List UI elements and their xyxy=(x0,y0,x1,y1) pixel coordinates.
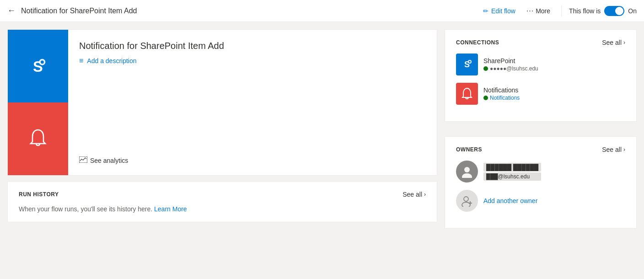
owners-see-all[interactable]: See all › xyxy=(602,146,625,153)
connections-see-all-label: See all xyxy=(602,39,622,46)
svg-point-10 xyxy=(464,167,470,172)
connections-chevron-icon: › xyxy=(623,39,625,46)
more-button[interactable]: ··· More xyxy=(523,5,554,17)
notifications-connection-item: Notifications Notifications xyxy=(456,83,625,105)
description-lines-icon: ≡ xyxy=(79,57,83,65)
add-description-button[interactable]: ≡ Add a description xyxy=(79,57,426,65)
sharepoint-status-dot xyxy=(483,66,488,71)
see-all-label: See all xyxy=(402,191,422,198)
flow-card-top: Notification for SharePoint Item Add ≡ A… xyxy=(79,41,426,65)
sharepoint-logo-icon: S xyxy=(25,54,51,79)
sharepoint-connection-user: ●●●●●@lsuhsc.edu xyxy=(483,65,538,72)
flow-status: This flow is On xyxy=(569,6,637,16)
run-history-card: RUN HISTORY See all › When your flow run… xyxy=(7,181,437,222)
owners-see-all-label: See all xyxy=(602,146,622,153)
owners-header: OWNERS See all › xyxy=(456,146,625,153)
owner-item: ██████ ██████ ███@lsuhsc.edu xyxy=(456,161,625,182)
pencil-icon: ✏ xyxy=(483,7,488,15)
see-analytics-label: See analytics xyxy=(90,157,128,164)
run-history-empty-text: When your flow runs, you'll see its hist… xyxy=(19,205,426,213)
flow-icons-column: S xyxy=(8,30,68,175)
flow-toggle[interactable] xyxy=(604,6,624,16)
owner-email: ███@lsuhsc.edu xyxy=(483,172,541,181)
chevron-right-icon: › xyxy=(424,191,426,198)
connections-card: CONNECTIONS See all › S xyxy=(445,29,637,122)
nav-right: ✏ Edit flow ··· More This flow is On xyxy=(479,5,637,17)
top-navigation: ← Notification for SharePoint Item Add ✏… xyxy=(0,0,644,22)
svg-point-8 xyxy=(469,61,471,63)
svg-rect-4 xyxy=(79,156,87,163)
notifications-status-dot xyxy=(483,96,488,100)
back-button[interactable]: ← xyxy=(7,6,16,16)
sharepoint-connection-item: S SharePoint ●●●●●@lsuhsc.edu xyxy=(456,54,625,75)
sharepoint-mini-icon: S xyxy=(460,57,474,72)
nav-divider xyxy=(561,5,562,16)
svg-point-11 xyxy=(462,173,472,178)
add-description-label: Add a description xyxy=(87,57,136,64)
chart-icon xyxy=(79,156,87,164)
owners-card: OWNERS See all › ██████ █ xyxy=(445,136,637,229)
notifications-connection-info: Notifications Notifications xyxy=(483,86,520,101)
flow-card: S Notification for SharePoi xyxy=(7,29,437,176)
add-owner-avatar xyxy=(456,190,478,212)
flow-status-label: This flow is xyxy=(569,7,601,15)
svg-point-12 xyxy=(464,197,468,201)
bell-icon xyxy=(26,127,50,151)
sharepoint-user-email: ●●●●●@lsuhsc.edu xyxy=(490,65,538,72)
connections-see-all[interactable]: See all › xyxy=(602,39,625,46)
flow-card-content: Notification for SharePoint Item Add ≡ A… xyxy=(68,30,437,175)
owner-name: ██████ ██████ xyxy=(483,163,541,172)
connections-header: CONNECTIONS See all › xyxy=(456,39,625,46)
sharepoint-icon-container: S xyxy=(8,30,68,102)
owner-info: ██████ ██████ ███@lsuhsc.edu xyxy=(483,163,541,181)
notifications-connection-name: Notifications xyxy=(483,86,520,94)
notifications-connection-logo xyxy=(456,83,478,105)
learn-more-link[interactable]: Learn More xyxy=(154,205,187,213)
run-history-title: RUN HISTORY xyxy=(19,191,59,198)
edit-flow-button[interactable]: ✏ Edit flow xyxy=(479,5,519,16)
main-content: S Notification for SharePoi xyxy=(0,22,644,236)
add-owner-item[interactable]: Add another owner xyxy=(456,190,625,212)
run-history-see-all[interactable]: See all › xyxy=(402,191,426,198)
notification-icon-container xyxy=(8,102,68,175)
notifications-connection-user: Notifications xyxy=(483,95,520,101)
notifications-user-label: Notifications xyxy=(490,95,520,101)
connections-title: CONNECTIONS xyxy=(456,39,499,46)
section-divider xyxy=(445,127,637,131)
more-label: More xyxy=(536,7,550,15)
left-panel: S Notification for SharePoi xyxy=(7,29,437,229)
sharepoint-connection-name: SharePoint xyxy=(483,57,538,64)
person-icon xyxy=(461,165,473,178)
flow-card-title: Notification for SharePoint Item Add xyxy=(79,41,426,51)
edit-flow-label: Edit flow xyxy=(491,7,515,15)
svg-point-3 xyxy=(41,60,44,64)
owners-chevron-icon: › xyxy=(623,146,625,153)
nav-title: Notification for SharePoint Item Add xyxy=(21,7,137,15)
add-person-icon xyxy=(461,195,473,207)
add-owner-label: Add another owner xyxy=(483,197,537,204)
see-analytics-button[interactable]: See analytics xyxy=(79,156,426,164)
notifications-mini-icon xyxy=(460,86,474,101)
nav-left: ← Notification for SharePoint Item Add xyxy=(7,6,479,16)
run-history-message: When your flow runs, you'll see its hist… xyxy=(19,205,152,213)
page-background: S Notification for SharePoi xyxy=(0,22,644,279)
run-history-header: RUN HISTORY See all › xyxy=(19,191,426,198)
right-panel: CONNECTIONS See all › S xyxy=(445,29,637,229)
ellipsis-icon: ··· xyxy=(526,7,534,15)
owner-avatar xyxy=(456,161,478,182)
sharepoint-connection-logo: S xyxy=(456,54,478,75)
toggle-on-label: On xyxy=(628,7,637,15)
sharepoint-connection-info: SharePoint ●●●●●@lsuhsc.edu xyxy=(483,57,538,72)
owners-title: OWNERS xyxy=(456,146,482,153)
